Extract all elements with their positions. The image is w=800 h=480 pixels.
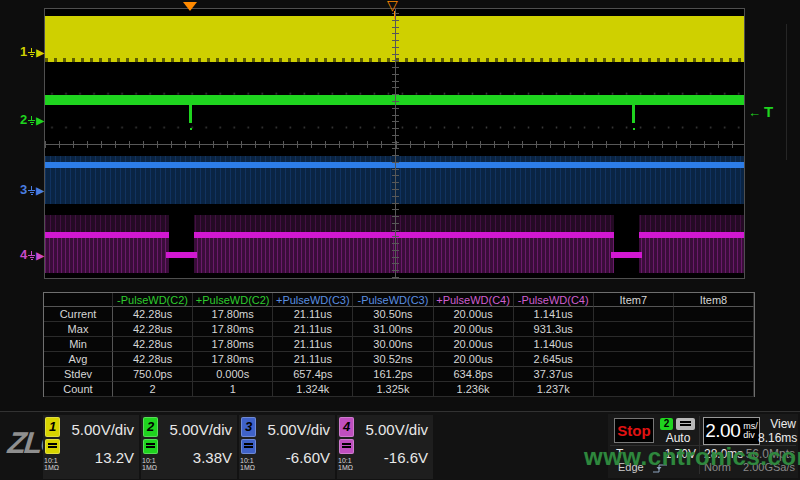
table-cell bbox=[674, 307, 754, 322]
ch3-marker-number: 3 bbox=[20, 182, 27, 197]
ch2-scale: 5.00V/div bbox=[161, 415, 232, 443]
ch4-low-level-2 bbox=[611, 252, 642, 258]
table-cell: 1.141us bbox=[514, 307, 594, 322]
table-cell: 42.28us bbox=[113, 307, 193, 322]
run-state-button[interactable]: Stop bbox=[614, 418, 654, 443]
ch4-badge[interactable]: 4 bbox=[339, 417, 354, 437]
table-cell: 750.0ps bbox=[113, 367, 193, 382]
table-cell: 17.80ms bbox=[193, 337, 273, 352]
table-cell bbox=[594, 352, 674, 367]
table-cell: 30.52ns bbox=[353, 352, 433, 367]
table-cell: 20.00us bbox=[434, 322, 514, 337]
table-cell: 1.324k bbox=[273, 382, 353, 397]
timebase-button[interactable]: 2.00 ms/ div bbox=[703, 417, 760, 445]
ch2-pulse-spike-1 bbox=[189, 105, 192, 123]
ch1-marker-number: 1 bbox=[20, 44, 27, 59]
table-cell bbox=[674, 322, 754, 337]
ch3-badge[interactable]: 3 bbox=[241, 417, 256, 437]
table-cell bbox=[674, 337, 754, 352]
table-cell: 21.11us bbox=[273, 307, 353, 322]
ch4-probe-info: 10:11MΩ bbox=[338, 457, 353, 471]
table-col-header: -PulseWD(C4) bbox=[514, 293, 594, 307]
trigger-position-stem bbox=[394, 11, 395, 19]
oscilloscope-screen: ▽ 1▶ 2▶ 3▶ 4▶ ←T -PulseWD(C2)+PulseWD(C2… bbox=[0, 0, 800, 480]
table-cell bbox=[674, 382, 754, 397]
table-cell bbox=[594, 337, 674, 352]
table-cell: 17.80ms bbox=[193, 322, 273, 337]
trigger-source-badge[interactable]: 2 bbox=[660, 418, 673, 430]
table-col-header: +PulseWD(C2) bbox=[193, 293, 273, 307]
trigger-coupling-icon bbox=[676, 418, 695, 430]
trigger-level-marker[interactable]: ←T bbox=[748, 103, 773, 120]
table-cell: 20.00us bbox=[434, 307, 514, 322]
table-col-header: +PulseWD(C3) bbox=[273, 293, 353, 307]
ch2-settings-block[interactable]: 2 10:11MΩ 5.00V/div 3.38V bbox=[141, 415, 237, 479]
table-col-header: -PulseWD(C2) bbox=[113, 293, 193, 307]
ch2-dot-1 bbox=[190, 128, 192, 130]
trigger-level-label: T bbox=[764, 103, 773, 120]
ch4-dc-coupling-icon bbox=[339, 439, 354, 454]
table-cell: 2 bbox=[113, 382, 193, 397]
table-cell bbox=[674, 352, 754, 367]
view-span-readout: View 8.16ms bbox=[758, 417, 796, 445]
table-row-label: Stdev bbox=[44, 367, 113, 382]
table-cell: 1 bbox=[193, 382, 273, 397]
trigger-source-group[interactable]: 2 Auto bbox=[658, 417, 698, 444]
ch2-pulse-spike-2 bbox=[632, 105, 635, 123]
ch4-settings-block[interactable]: 4 10:11MΩ 5.00V/div -16.6V bbox=[337, 415, 433, 479]
ch2-position-marker[interactable]: 2▶ bbox=[14, 113, 44, 127]
timebase-value: 2.00 bbox=[705, 420, 740, 442]
ch4-marker-number: 4 bbox=[20, 247, 27, 262]
table-cell: 2.645us bbox=[514, 352, 594, 367]
table-cell: 17.80ms bbox=[193, 307, 273, 322]
ch1-dc-coupling-icon bbox=[45, 439, 60, 454]
table-cell: 42.28us bbox=[113, 322, 193, 337]
table-row-label: Min bbox=[44, 337, 113, 352]
table-row-label: Max bbox=[44, 322, 113, 337]
left-arrow-icon: ← bbox=[748, 105, 761, 120]
ch4-low-level-1 bbox=[166, 252, 197, 258]
watermark: www.cntronics.com bbox=[584, 443, 800, 471]
table-cell: 30.50ns bbox=[353, 307, 433, 322]
trigger-delay-marker-icon[interactable] bbox=[183, 2, 197, 11]
right-edge-guide bbox=[786, 24, 787, 160]
ch3-settings-block[interactable]: 3 10:11MΩ 5.00V/div -6.60V bbox=[239, 415, 335, 479]
ch4-scale: 5.00V/div bbox=[357, 415, 428, 443]
ch3-offset: -6.60V bbox=[259, 443, 330, 469]
table-col-header: +PulseWD(C4) bbox=[434, 293, 514, 307]
view-label: View bbox=[758, 417, 796, 431]
waveform-display bbox=[44, 8, 745, 279]
ch2-probe-info: 10:11MΩ bbox=[142, 457, 157, 471]
ch4-position-marker[interactable]: 4▶ bbox=[14, 248, 44, 262]
ch4-low-pulse-1 bbox=[169, 215, 194, 273]
ch1-badge[interactable]: 1 bbox=[45, 417, 60, 437]
ch3-position-marker[interactable]: 3▶ bbox=[14, 183, 44, 197]
table-cell: 31.00ns bbox=[353, 322, 433, 337]
table-cell: 1.236k bbox=[434, 382, 514, 397]
ch1-settings-block[interactable]: 1 10:11MΩ 5.00V/div 13.2V bbox=[43, 415, 139, 479]
table-cell: 1.325k bbox=[353, 382, 433, 397]
ch1-position-marker[interactable]: 1▶ bbox=[14, 45, 44, 59]
table-cell: 1.237k bbox=[514, 382, 594, 397]
table-cell: 931.3us bbox=[514, 322, 594, 337]
table-cell: 42.28us bbox=[113, 337, 193, 352]
ch1-probe-info: 10:11MΩ bbox=[44, 457, 59, 471]
ch2-badge[interactable]: 2 bbox=[143, 417, 158, 437]
ground-icon bbox=[28, 186, 35, 195]
table-cell bbox=[594, 307, 674, 322]
table-col-header: Item8 bbox=[674, 293, 754, 307]
table-corner-cell bbox=[44, 293, 113, 307]
trigger-position-marker-icon[interactable]: ▽ bbox=[387, 0, 398, 12]
measurement-table: -PulseWD(C2)+PulseWD(C2)+PulseWD(C3)-Pul… bbox=[43, 292, 755, 397]
table-row-label: Current bbox=[44, 307, 113, 322]
ch3-scale: 5.00V/div bbox=[259, 415, 330, 443]
right-arrow-icon: ▶ bbox=[36, 115, 44, 126]
table-cell: 17.80ms bbox=[193, 352, 273, 367]
table-cell: 634.8ps bbox=[434, 367, 514, 382]
ch2-offset: 3.38V bbox=[161, 443, 232, 469]
table-cell bbox=[594, 367, 674, 382]
table-cell bbox=[594, 322, 674, 337]
table-col-header: Item7 bbox=[594, 293, 674, 307]
ch4-offset: -16.6V bbox=[357, 443, 428, 469]
table-cell: 20.00us bbox=[434, 352, 514, 367]
